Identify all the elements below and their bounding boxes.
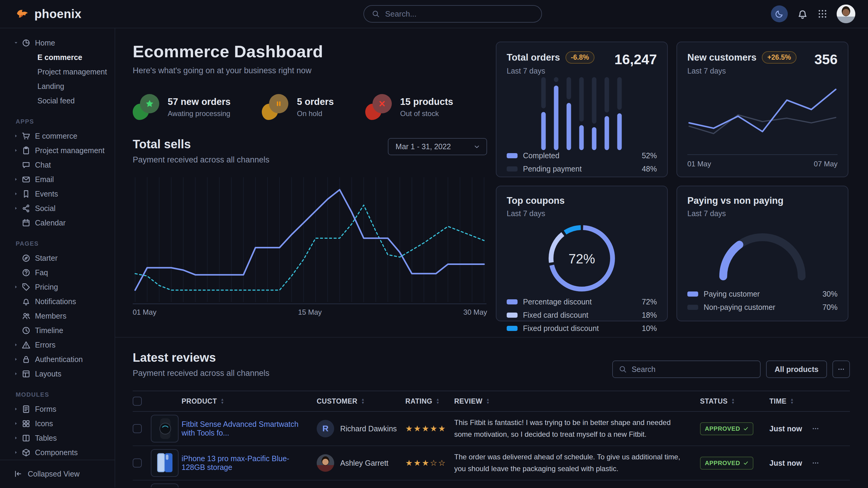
sidebar-item-email[interactable]: Email (0, 172, 115, 187)
stat-5-orders: 5 ordersOn hold (262, 94, 334, 120)
date-range-select[interactable]: Mar 1 - 31, 2022 (388, 138, 487, 155)
sidebar-item-e-commerce[interactable]: E commerce (0, 50, 115, 65)
new-customers-x-axis: 01 May 07 May (687, 154, 838, 168)
row-checkbox[interactable] (133, 458, 142, 467)
column-label: TIME (769, 397, 786, 405)
sidebar-item-chat[interactable]: Chat (0, 158, 115, 172)
caretright-icon (13, 284, 19, 290)
global-search-input[interactable] (384, 9, 533, 19)
chevron-down-icon (473, 143, 480, 151)
row-actions-button[interactable] (812, 425, 850, 432)
caretright-icon (13, 176, 19, 182)
top-navbar: phoenix (0, 0, 868, 28)
sidebar-item-project-management[interactable]: Project management (0, 143, 115, 158)
brand-link[interactable]: phoenix (16, 7, 82, 21)
reviews-more-button[interactable] (832, 360, 850, 378)
column-header-rating[interactable]: RATING▲▼ (405, 397, 454, 405)
column-header-time[interactable]: TIME▲▼ (769, 397, 812, 405)
sidebar-item-errors[interactable]: Errors (0, 337, 115, 352)
notifications-button[interactable] (797, 8, 808, 20)
column-header-status[interactable]: STATUS▲▼ (700, 397, 769, 405)
product-link[interactable]: iPhone 13 pro max-Pacific Blue-128GB sto… (182, 454, 317, 472)
chat-icon (22, 161, 30, 169)
pie-icon (22, 39, 30, 47)
caretright-icon (13, 435, 19, 441)
stat-57-new-orders: 57 new ordersAwating processing (133, 94, 230, 120)
legend-swatch (507, 153, 518, 158)
product-thumbnail (151, 449, 179, 477)
phoenix-logo-icon (16, 7, 30, 21)
sidebar-item-label: E commerce (35, 132, 77, 140)
new-customers-line-chart (687, 75, 838, 151)
sidebar-item-icons[interactable]: Icons (0, 416, 115, 431)
sidebar-item-forms[interactable]: Forms (0, 402, 115, 416)
sidebar-item-members[interactable]: Members (0, 308, 115, 323)
legend-value: 18% (642, 311, 657, 320)
total-orders-badge: -6.8% (565, 51, 594, 64)
apps-menu-button[interactable] (817, 9, 828, 19)
sidebar-item-faq[interactable]: Faq (0, 265, 115, 280)
sidebar-item-tables[interactable]: Tables (0, 431, 115, 445)
total-sells-subtitle: Payment received across all channels (133, 155, 269, 165)
new-customers-card: New customers +26.5% Last 7 days 356 01 … (677, 42, 848, 177)
customer-avatar: R (317, 420, 334, 437)
sidebar-item-landing[interactable]: Landing (0, 79, 115, 93)
sidebar-item-social-feed[interactable]: Social feed (0, 93, 115, 108)
caretright-icon (13, 342, 19, 348)
sidebar-item-pricing[interactable]: Pricing (0, 280, 115, 294)
sidebar-item-project-management[interactable]: Project management (0, 65, 115, 79)
sidebar-item-home[interactable]: Home (0, 36, 115, 50)
date-range-value: Mar 1 - 31, 2022 (396, 142, 451, 151)
sidebar-item-label: Pricing (35, 283, 58, 291)
sidebar-item-calendar[interactable]: Calendar (0, 216, 115, 230)
total-sells-x-axis: 01 May 15 May 30 May (133, 308, 487, 317)
select-all-checkbox[interactable] (133, 397, 142, 406)
sidebar-item-layouts[interactable]: Layouts (0, 366, 115, 381)
time-cell: Just now (769, 424, 812, 433)
sidebar-item-label: Icons (35, 419, 53, 428)
legend-label: Fixed card discount (523, 311, 588, 320)
sidebar-item-notifications[interactable]: Notifications (0, 294, 115, 308)
all-products-button[interactable]: All products (766, 360, 827, 378)
sidebar-item-label: Project management (35, 146, 105, 155)
row-checkbox[interactable] (133, 424, 142, 433)
reviews-table-header: PRODUCT▲▼CUSTOMER▲▼RATING▲▼REVIEW▲▼STATU… (133, 391, 850, 412)
box-icon (22, 448, 30, 457)
sidebar-item-label: Members (35, 312, 66, 320)
column-header-customer[interactable]: CUSTOMER▲▼ (317, 397, 405, 405)
total-orders-card: Total orders -6.8% Last 7 days 16,247 Co… (496, 42, 668, 177)
bell-icon (22, 297, 30, 306)
reviews-search-input[interactable] (631, 365, 754, 374)
sidebar-item-label: Email (35, 175, 54, 184)
product-link[interactable]: Fitbit Sense Advanced Smartwatch with To… (182, 420, 317, 437)
column-header-review[interactable]: REVIEW▲▼ (454, 397, 700, 405)
legend-swatch (507, 326, 518, 331)
legend-value: 52% (642, 151, 657, 160)
sidebar-item-timeline[interactable]: Timeline (0, 323, 115, 337)
sidebar-item-events[interactable]: Events (0, 187, 115, 201)
lock-icon (22, 355, 30, 364)
sidebar-item-label: Authentication (35, 355, 83, 364)
dots-icon (812, 459, 819, 467)
sidebar-item-e-commerce[interactable]: E commerce (0, 129, 115, 143)
column-header-product[interactable]: PRODUCT▲▼ (182, 397, 317, 405)
table-row: Fitbit Sense Advanced Smartwatch with To… (133, 412, 850, 446)
collapsed-view-button[interactable]: Collapsed View (0, 460, 115, 487)
sidebar-item-label: Timeline (35, 326, 63, 335)
row-actions-button[interactable] (812, 459, 850, 467)
legend-value: 70% (823, 303, 838, 312)
sidebar-item-authentication[interactable]: Authentication (0, 352, 115, 366)
product-thumbnail (151, 415, 179, 443)
members-icon (22, 312, 30, 320)
profile-avatar[interactable] (837, 4, 855, 23)
clock-icon (22, 326, 30, 335)
sidebar-item-components[interactable]: Components (0, 445, 115, 460)
sidebar-item-social[interactable]: Social (0, 201, 115, 216)
paying-period: Last 7 days (687, 209, 838, 218)
layout-icon (22, 369, 30, 378)
theme-toggle-button[interactable] (771, 5, 788, 22)
stat-value: 15 products (400, 96, 453, 107)
xmark-badge-icon (365, 94, 392, 120)
tablegrid-icon (22, 434, 30, 443)
sidebar-item-starter[interactable]: Starter (0, 251, 115, 265)
